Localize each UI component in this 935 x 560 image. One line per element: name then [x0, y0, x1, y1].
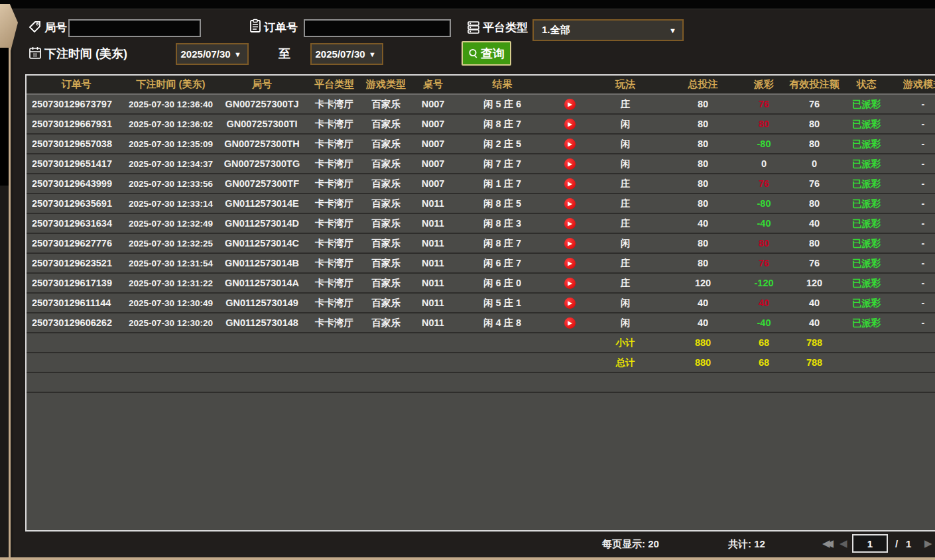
bet-time-cell: 2025-07-30 12:30:49 — [126, 294, 216, 312]
status-cell: 已派彩 — [845, 294, 888, 312]
subtotal-row: 小计88068788 — [27, 333, 935, 353]
search-button[interactable]: 查询 — [462, 41, 511, 66]
payout-cell: 80 — [744, 115, 784, 133]
table-row: 2507301296679312025-07-30 12:36:02GN0072… — [27, 115, 935, 135]
table-row: 2507301296062622025-07-30 12:30:20GN0112… — [27, 313, 935, 333]
column-header: 有效投注额 — [784, 76, 845, 93]
order-no-cell: 250730129657038 — [27, 135, 126, 153]
bet-time-cell: 2025-07-30 12:32:49 — [126, 214, 216, 233]
next-page-icon[interactable]: ▶ — [924, 537, 932, 549]
play-video-icon[interactable]: ▶ — [564, 278, 576, 289]
platform-cell: 卡卡湾厅 — [308, 234, 360, 252]
game-no-cell: GN007257300TJ — [216, 95, 308, 113]
play-cell: ▶ — [550, 95, 589, 113]
table-cell — [845, 333, 888, 352]
table-no-cell: N011 — [412, 234, 454, 252]
valid-bet-cell: 40 — [784, 294, 845, 312]
platform-cell: 卡卡湾厅 — [308, 313, 360, 332]
table-no-cell: N011 — [412, 214, 454, 233]
date-to-select[interactable]: 2025/07/30 ▼ — [310, 43, 383, 65]
platform-cell: 卡卡湾厅 — [308, 254, 360, 272]
bet-on-cell: 闲 — [589, 135, 662, 153]
column-header: 状态 — [845, 76, 888, 93]
platform-cell: 卡卡湾厅 — [308, 174, 360, 193]
table-no-cell: N011 — [412, 254, 454, 272]
date-from-select[interactable]: 2025/07/30 ▼ — [176, 43, 249, 65]
play-video-icon[interactable]: ▶ — [564, 218, 576, 229]
subtotal-row-label: 小计 — [589, 333, 662, 352]
play-video-icon[interactable]: ▶ — [564, 238, 576, 249]
column-header: 游戏类型 — [360, 76, 412, 93]
column-header: 订单号 — [27, 76, 126, 93]
game-type-cell: 百家乐 — [360, 194, 412, 213]
platform-select[interactable]: 1.全部 ▼ — [532, 19, 684, 41]
first-page-icon[interactable]: ◀◀ — [822, 537, 830, 549]
table-row: 2507301296277762025-07-30 12:32:25GN0112… — [27, 234, 935, 254]
play-video-icon[interactable]: ▶ — [564, 317, 576, 329]
column-header: 局号 — [216, 76, 308, 93]
order-no-input[interactable] — [304, 19, 451, 37]
order-no-cell: 250730129611144 — [27, 294, 126, 312]
column-header: 玩法 — [589, 76, 662, 93]
total-bet-cell: 80 — [662, 234, 744, 252]
status-cell: 已派彩 — [845, 174, 888, 193]
grand-total-row: 总计88068788 — [27, 353, 935, 373]
column-header: 结果 — [454, 76, 550, 93]
play-video-icon[interactable]: ▶ — [564, 139, 576, 150]
game-mode-cell: - — [888, 274, 935, 292]
play-cell: ▶ — [550, 234, 589, 252]
valid-bet-cell: 80 — [784, 115, 845, 133]
play-video-icon[interactable]: ▶ — [564, 119, 576, 130]
table-row: 2507301296570382025-07-30 12:35:09GN0072… — [27, 135, 935, 154]
play-video-icon[interactable]: ▶ — [564, 178, 576, 190]
status-cell: 已派彩 — [845, 154, 888, 173]
game-mode-cell: - — [888, 254, 935, 272]
bet-on-cell: 闲 — [589, 154, 662, 173]
table-row: 2507301296316342025-07-30 12:32:49GN0112… — [27, 214, 935, 234]
total-bet-cell: 40 — [662, 214, 744, 233]
chevron-down-icon: ▼ — [369, 50, 382, 58]
column-header: 平台类型 — [308, 76, 360, 93]
total-bet-cell: 80 — [662, 174, 744, 193]
order-no-cell: 250730129635691 — [27, 194, 126, 213]
order-no-cell: 250730129627776 — [27, 234, 126, 252]
play-video-icon[interactable]: ▶ — [564, 198, 576, 209]
column-header: 游戏模式 — [888, 76, 935, 93]
empty-row — [27, 373, 935, 393]
status-cell: 已派彩 — [845, 95, 888, 113]
valid-bet-cell: 40 — [784, 214, 845, 233]
game-no-cell: GN007257300TI — [216, 115, 308, 133]
play-video-icon[interactable]: ▶ — [564, 158, 576, 170]
game-no-input[interactable] — [68, 19, 201, 37]
play-video-icon[interactable]: ▶ — [564, 258, 576, 269]
result-cell: 闲 8 庄 5 — [454, 194, 550, 213]
bet-on-cell: 庄 — [589, 95, 662, 113]
game-type-cell: 百家乐 — [360, 135, 412, 153]
play-cell: ▶ — [550, 254, 589, 272]
table-cell — [308, 333, 360, 352]
page-number-input[interactable] — [852, 534, 888, 553]
play-cell: ▶ — [550, 214, 589, 233]
table-cell — [126, 353, 216, 372]
order-no-cell: 250730129651417 — [27, 154, 126, 173]
game-no-cell: GN0112573014D — [216, 214, 308, 233]
result-cell: 闲 8 庄 7 — [454, 115, 550, 133]
play-cell: ▶ — [550, 154, 589, 173]
payout-cell: 76 — [744, 254, 784, 272]
total-bet-cell: 80 — [662, 115, 744, 133]
bet-time-cell: 2025-07-30 12:33:56 — [126, 174, 216, 193]
status-cell: 已派彩 — [845, 115, 888, 133]
betting-records-page: 局号 订单号 平台类型 1.全部 ▼ 下注时间 (美东) 2025/07/30 … — [0, 0, 935, 560]
game-mode-cell: - — [888, 214, 935, 233]
status-cell: 已派彩 — [845, 135, 888, 153]
payout-cell: 76 — [744, 174, 784, 193]
prev-page-icon[interactable]: ◀ — [840, 537, 847, 549]
bet-on-cell: 闲 — [589, 313, 662, 332]
left-accent-line — [9, 48, 11, 560]
result-cell: 闲 5 庄 6 — [454, 95, 550, 113]
play-video-icon[interactable]: ▶ — [564, 99, 576, 110]
payout-cell: 40 — [744, 294, 784, 312]
result-cell: 闲 8 庄 3 — [454, 214, 550, 233]
status-cell: 已派彩 — [845, 313, 888, 332]
play-video-icon[interactable]: ▶ — [564, 298, 576, 309]
